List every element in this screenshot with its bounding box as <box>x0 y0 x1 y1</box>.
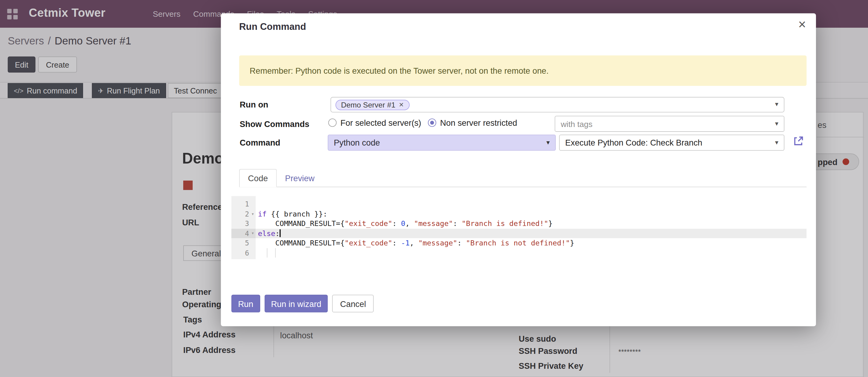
run-on-select[interactable]: Demo Server #1 ✕ ▾ <box>331 97 784 112</box>
with-tags-select[interactable]: with tags ▾ <box>555 116 785 132</box>
server-tag-label: Demo Server #1 <box>341 100 395 109</box>
gutter-line-number[interactable]: 2▾ <box>231 209 256 219</box>
server-tag-pill: Demo Server #1 ✕ <box>335 99 409 110</box>
run-in-wizard-button[interactable]: Run in wizard <box>265 295 328 313</box>
indent-guide <box>275 248 276 257</box>
with-tags-placeholder: with tags <box>561 119 593 128</box>
chevron-down-icon: ▾ <box>775 138 778 146</box>
code-line[interactable] <box>256 248 807 258</box>
app-viewport: Cetmix Tower Servers Commands Files Tool… <box>0 0 868 377</box>
command-label: Command <box>240 138 280 147</box>
radio-selected-servers-label: For selected server(s) <box>341 118 421 127</box>
gutter-line-number[interactable]: 1 <box>231 200 256 209</box>
warning-alert-text: Remember: Python code is executed on the… <box>250 66 549 75</box>
show-commands-label: Show Commands <box>240 119 310 128</box>
gutter-line-number[interactable]: 3 <box>231 219 256 228</box>
modal-footer: Run Run in wizard Cancel <box>231 295 374 313</box>
editor-tabs: Code Preview <box>239 169 807 187</box>
run-on-label: Run on <box>240 99 269 109</box>
gutter-line-number[interactable]: 4▾ <box>231 228 256 238</box>
cancel-button[interactable]: Cancel <box>332 295 374 313</box>
chevron-down-icon: ▾ <box>775 119 778 127</box>
warning-alert: Remember: Python code is executed on the… <box>239 55 807 86</box>
chevron-down-icon: ▾ <box>546 138 550 146</box>
indent-guide <box>267 248 268 257</box>
radio-non-restricted[interactable]: Non server restricted <box>428 118 517 127</box>
run-command-modal: Run Command × Remember: Python code is e… <box>221 13 816 326</box>
chevron-down-icon: ▾ <box>775 100 778 108</box>
tab-code[interactable]: Code <box>239 169 277 187</box>
tab-preview[interactable]: Preview <box>277 169 323 187</box>
gutter-line-number[interactable]: 5 <box>231 238 256 248</box>
command-type-value: Python code <box>334 138 380 147</box>
close-icon[interactable]: × <box>798 18 806 31</box>
code-line[interactable] <box>256 200 807 209</box>
remove-tag-icon[interactable]: ✕ <box>399 101 404 108</box>
code-line[interactable]: COMMAND_RESULT={"exit_code": 0, "message… <box>256 219 807 228</box>
command-type-select[interactable]: Python code ▾ <box>328 135 556 151</box>
radio-selected-icon[interactable] <box>428 118 436 127</box>
code-line[interactable]: if {{ branch }}: <box>256 209 807 219</box>
text-cursor <box>280 229 281 237</box>
code-editor[interactable]: 12▾34▾56 if {{ branch }}: COMMAND_RESULT… <box>231 196 807 259</box>
modal-title: Run Command <box>239 22 306 33</box>
editor-code[interactable]: if {{ branch }}: COMMAND_RESULT={"exit_c… <box>256 196 807 259</box>
external-link-icon[interactable] <box>793 136 804 147</box>
code-line[interactable]: else: <box>256 228 807 238</box>
gutter-line-number[interactable]: 6 <box>231 248 256 258</box>
code-line[interactable]: COMMAND_RESULT={"exit_code": -1, "messag… <box>256 238 807 248</box>
command-select[interactable]: Execute Python Code: Check Branch ▾ <box>559 135 784 151</box>
radio-selected-servers[interactable]: For selected server(s) <box>329 118 421 127</box>
run-button[interactable]: Run <box>231 295 260 313</box>
scale-wrapper: Cetmix Tower Servers Commands Files Tool… <box>0 0 868 377</box>
command-value: Execute Python Code: Check Branch <box>565 138 702 147</box>
editor-gutter: 12▾34▾56 <box>231 196 256 259</box>
radio-non-restricted-label: Non server restricted <box>440 118 517 127</box>
radio-circle-icon[interactable] <box>329 118 337 127</box>
